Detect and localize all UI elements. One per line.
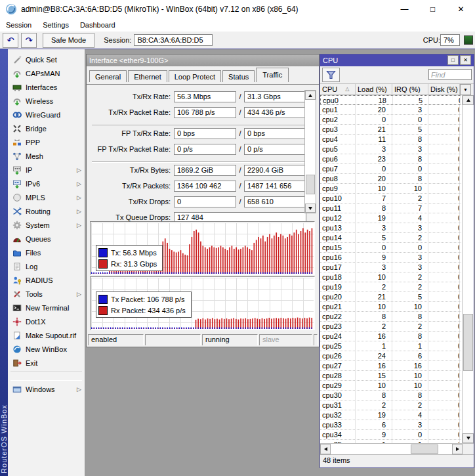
sidebar-item-radius[interactable]: RADIUS xyxy=(8,273,85,287)
undo-button[interactable]: ↶ xyxy=(3,33,18,48)
sidebar-item-wireguard[interactable]: WireGuard xyxy=(8,108,85,121)
table-row-cpu14[interactable]: cpu14520 xyxy=(320,233,463,243)
column-header-irq[interactable]: IRQ (%) xyxy=(392,84,428,95)
tab-ethernet[interactable]: Ethernet xyxy=(128,70,167,82)
redo-button[interactable]: ↷ xyxy=(21,33,37,48)
filter-button[interactable] xyxy=(322,68,340,82)
fields-scrollbar[interactable] xyxy=(304,90,316,213)
minimize-button[interactable]: — xyxy=(390,0,419,18)
sidebar-item-queues[interactable]: Queues xyxy=(8,232,85,246)
table-row-cpu22[interactable]: cpu22880 xyxy=(320,312,463,322)
field-value-box[interactable]: 106 788 p/s xyxy=(174,107,236,118)
sidebar-item-routing[interactable]: Routing▷ xyxy=(8,204,85,218)
scrollbar-thumb[interactable] xyxy=(306,175,315,194)
table-row-cpu33[interactable]: cpu33630 xyxy=(320,420,463,430)
sidebar-item-tools[interactable]: Tools▷ xyxy=(8,287,85,301)
field-value-box[interactable]: 1487 141 656 xyxy=(244,181,306,192)
sidebar-item-capsman[interactable]: CAPsMAN xyxy=(8,66,85,80)
table-row-cpu2[interactable]: cpu2000 xyxy=(320,115,463,125)
field-value-box[interactable]: 2290.4 GiB xyxy=(244,165,306,176)
table-row-cpu18[interactable]: cpu181020 xyxy=(320,272,463,282)
menu-dashboard[interactable]: Dashboard xyxy=(75,20,121,30)
tab-status[interactable]: Status xyxy=(222,70,255,82)
sidebar-item-ppp[interactable]: PPP xyxy=(8,135,85,149)
table-row-cpu23[interactable]: cpu23220 xyxy=(320,322,463,332)
close-button[interactable]: ✕ xyxy=(447,0,475,18)
cpu-vertical-scrollbar[interactable] xyxy=(462,95,474,443)
field-value-box[interactable]: 0 p/s xyxy=(174,144,236,155)
cpu-maximize-button[interactable]: □ xyxy=(447,55,459,65)
table-row-cpu15[interactable]: cpu15000 xyxy=(320,243,463,253)
field-value-box[interactable]: 0 bps xyxy=(174,128,236,139)
sidebar-item-files[interactable]: Files xyxy=(8,246,85,259)
scroll-up-button[interactable] xyxy=(305,91,316,100)
menu-settings[interactable]: Settings xyxy=(37,20,74,30)
field-value-box[interactable]: 56.3 Mbps xyxy=(174,91,236,102)
scroll-right-button[interactable] xyxy=(452,444,463,454)
field-value-box[interactable]: 658 610 xyxy=(244,196,306,207)
column-selector-button[interactable]: ▼ xyxy=(460,84,471,95)
sidebar-item-quick-set[interactable]: Quick Set xyxy=(8,53,85,66)
field-value-box[interactable]: 31.3 Gbps xyxy=(244,91,306,102)
sidebar-item-new-winbox[interactable]: New WinBox xyxy=(8,342,85,356)
scroll-left-button[interactable] xyxy=(320,444,331,454)
table-row-cpu5[interactable]: cpu5330 xyxy=(320,144,463,154)
table-row-cpu27[interactable]: cpu2716160 xyxy=(320,361,463,371)
cpu-close-button[interactable]: ✕ xyxy=(460,55,471,65)
table-row-cpu26[interactable]: cpu262460 xyxy=(320,351,463,361)
field-value-box[interactable]: 1364 109 462 xyxy=(174,181,236,192)
interface-window-titlebar[interactable]: Interface <ether9-100G> xyxy=(87,54,319,66)
sidebar-item-log[interactable]: Log xyxy=(8,259,85,273)
column-header-load[interactable]: Load (%) xyxy=(356,84,392,95)
scrollbar-thumb[interactable] xyxy=(411,444,438,454)
sidebar-item-ip[interactable]: IP▷ xyxy=(8,163,85,177)
sidebar-item-dot1x[interactable]: Dot1X xyxy=(8,314,85,328)
table-row-cpu34[interactable]: cpu34900 xyxy=(320,430,463,440)
table-row-cpu9[interactable]: cpu910100 xyxy=(320,184,463,194)
table-row-cpu13[interactable]: cpu13330 xyxy=(320,223,463,233)
sidebar-item-windows[interactable]: Windows▷ xyxy=(8,382,85,396)
sidebar-item-ipv6[interactable]: IPv6▷ xyxy=(8,177,85,190)
table-row-cpu8[interactable]: cpu82080 xyxy=(320,174,463,184)
table-row-cpu28[interactable]: cpu2815100 xyxy=(320,371,463,381)
column-header-disk[interactable]: Disk (%) xyxy=(428,84,460,95)
table-row-cpu29[interactable]: cpu2910100 xyxy=(320,381,463,391)
table-row-cpu21[interactable]: cpu2110100 xyxy=(320,302,463,312)
scrollbar-track[interactable] xyxy=(331,444,452,454)
table-row-cpu1[interactable]: cpu12030 xyxy=(320,105,463,115)
safe-mode-button[interactable]: Safe Mode xyxy=(43,33,94,48)
table-row-cpu24[interactable]: cpu241680 xyxy=(320,332,463,341)
column-header-cpu[interactable]: CPU△ xyxy=(320,84,356,95)
field-value-box[interactable]: 1869.2 GiB xyxy=(174,165,236,176)
table-row-cpu20[interactable]: cpu202150 xyxy=(320,292,463,302)
sidebar-item-mpls[interactable]: MPLS▷ xyxy=(8,190,85,204)
table-row-cpu17[interactable]: cpu17330 xyxy=(320,263,463,272)
field-value-box[interactable]: 0 bps xyxy=(244,128,306,139)
sidebar-item-system[interactable]: System▷ xyxy=(8,218,85,232)
scroll-down-button[interactable] xyxy=(463,433,474,443)
table-row-cpu32[interactable]: cpu321940 xyxy=(320,410,463,420)
table-row-cpu6[interactable]: cpu62380 xyxy=(320,154,463,164)
field-value-box[interactable]: 0 p/s xyxy=(244,144,306,155)
tab-general[interactable]: General xyxy=(89,70,127,82)
tab-loop-protect[interactable]: Loop Protect xyxy=(169,70,221,82)
table-row-cpu30[interactable]: cpu30880 xyxy=(320,391,463,400)
find-input[interactable] xyxy=(428,69,472,80)
menu-session[interactable]: Session xyxy=(1,20,37,30)
tab-traffic[interactable]: Traffic xyxy=(256,68,289,82)
table-row-cpu16[interactable]: cpu16930 xyxy=(320,253,463,263)
session-input[interactable]: B8:CA:3A:6A:BD:D5 xyxy=(134,34,213,46)
scroll-up-button[interactable] xyxy=(463,95,474,105)
cpu-window-titlebar[interactable]: CPU □ ✕ xyxy=(320,54,474,66)
table-row-cpu11[interactable]: cpu11870 xyxy=(320,204,463,213)
field-value-box[interactable]: 434 436 p/s xyxy=(244,107,306,118)
table-row-cpu31[interactable]: cpu31220 xyxy=(320,400,463,410)
table-row-cpu10[interactable]: cpu10720 xyxy=(320,194,463,204)
sidebar-item-new-terminal[interactable]: New Terminal xyxy=(8,301,85,314)
sidebar-item-interfaces[interactable]: Interfaces xyxy=(8,80,85,94)
maximize-button[interactable]: □ xyxy=(419,0,447,18)
sidebar-item-mesh[interactable]: Mesh xyxy=(8,149,85,163)
sidebar-item-make-supout-rif[interactable]: Make Supout.rif xyxy=(8,328,85,342)
field-value-box[interactable]: 0 xyxy=(174,196,236,207)
table-row-cpu25[interactable]: cpu25110 xyxy=(320,341,463,351)
